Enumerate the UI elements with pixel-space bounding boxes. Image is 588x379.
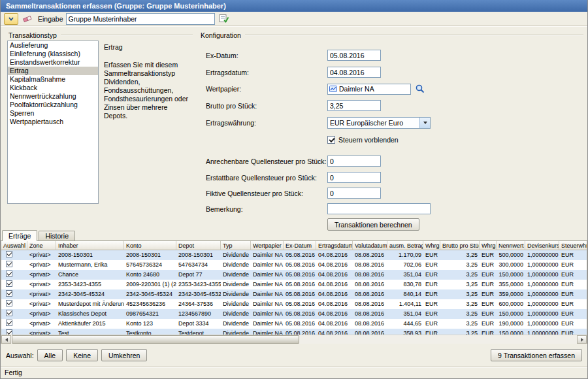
transaktionen-erfassen-button[interactable]: 9 Transaktionen erfassen [491, 349, 582, 361]
apply-selection-button[interactable] [218, 13, 231, 25]
column-header-wertpapier[interactable]: Wertpapier [251, 241, 284, 250]
table-cell: EUR [480, 319, 497, 329]
row-checkbox[interactable] [6, 310, 12, 316]
column-header-konto[interactable]: Konto [124, 241, 176, 250]
alle-button[interactable]: Alle [37, 349, 63, 361]
erstattbar-input[interactable] [327, 172, 381, 183]
table-cell: EUR [480, 309, 497, 319]
table-cell: EUR [480, 299, 497, 309]
table-cell: 3,25 [440, 289, 480, 299]
list-item-sperren[interactable]: Sperren [8, 109, 98, 118]
table-cell: 04.08.2016 [316, 250, 353, 260]
list-item-auslieferung[interactable]: Auslieferung [8, 41, 98, 50]
eingabe-input[interactable] [66, 13, 215, 25]
wertpapier-field[interactable]: Daimler NA [327, 84, 411, 95]
ertragswaehrung-select[interactable]: EUR Europäischer Euro [327, 117, 431, 129]
row-checkbox[interactable] [6, 251, 12, 257]
form-row-ertragsdatum: Ertragsdatum: [206, 67, 381, 78]
transaktionstyp-list[interactable]: AuslieferungEinlieferung (klassisch)Eins… [7, 41, 99, 204]
clear-input-button[interactable] [21, 13, 34, 25]
table-cell: EUR [480, 280, 497, 289]
list-item-ertrag[interactable]: Ertrag [8, 67, 98, 75]
table-cell: 57645736324 [124, 260, 176, 270]
table-cell: EUR [423, 250, 440, 260]
table-row[interactable]: <privat>2008-1503012008-1503012008-15030… [1, 250, 587, 260]
horizontal-scrollbar[interactable] [1, 335, 587, 344]
fiktiv-input[interactable] [327, 188, 381, 199]
ertragsdatum-label: Ertragsdatum: [206, 69, 327, 76]
list-item-nennwertr-ckzahlung[interactable]: Nennwertrückzahlung [8, 92, 98, 101]
list-item-wertpapiertausch[interactable]: Wertpapiertausch [8, 118, 98, 126]
row-checkbox[interactable] [6, 271, 12, 277]
list-item-kapitalma-nahme[interactable]: Kapitalmaßnahme [8, 75, 98, 84]
column-header-ex-datum[interactable]: Ex-Datum [284, 241, 316, 250]
brutto-input[interactable] [327, 100, 381, 111]
list-item-einlieferung-klassisch[interactable]: Einlieferung (klassisch) [8, 50, 98, 58]
table-cell: EUR [559, 289, 587, 299]
wertpapier-value: Daimler NA [339, 85, 374, 93]
anrechenbar-input[interactable] [327, 156, 381, 167]
scrollbar-thumb[interactable] [12, 335, 299, 344]
transaktionen-berechnen-button[interactable]: Transaktionen berechnen [327, 218, 419, 231]
list-item-poolfaktorr-ckzahlung[interactable]: Poolfaktorrückzahlung [8, 101, 98, 109]
table-cell: 05.08.2016 [284, 280, 316, 289]
column-header-whrg[interactable]: Whrg. [423, 241, 440, 250]
column-header-depot[interactable]: Depot [176, 241, 221, 250]
input-history-dropdown-button[interactable] [4, 13, 18, 25]
table-cell: Klassisches Depot [56, 309, 124, 319]
list-item-kickback[interactable]: Kickback [8, 84, 98, 92]
configuration-area: Transaktionstyp AuslieferungEinlieferung… [1, 27, 587, 230]
table-cell: 3,25 [440, 309, 480, 319]
row-checkbox[interactable] [6, 290, 12, 297]
konfiguration-group-label: Konfiguration [201, 31, 241, 39]
transaktionstyp-group-header: Transaktionstyp [8, 31, 193, 39]
column-header-devisenkurs[interactable]: Devisenkurs [525, 241, 559, 250]
column-header-nennwert[interactable]: Nennwert [497, 241, 525, 250]
column-header-inhaber[interactable]: Inhaber [56, 241, 124, 250]
table-row[interactable]: <privat>2353-3423-43552009-220301 (1) (2… [1, 280, 587, 289]
scroll-left-button[interactable] [1, 335, 11, 344]
column-header-auswahl[interactable]: Auswahl [1, 241, 27, 250]
table-row[interactable]: <privat>Mustermann, Erika576457363245476… [1, 260, 587, 270]
table-cell: 05.08.2016 [284, 319, 316, 329]
column-header-whrg[interactable]: Whrg. [480, 241, 497, 250]
table-cell: Daimler NA [251, 260, 284, 270]
column-header-steuerwhrg[interactable]: Steuerwhrg. [559, 241, 587, 250]
row-checkbox[interactable] [6, 261, 12, 267]
tab-ertr-ge[interactable]: Erträge [2, 230, 37, 241]
table-cell: Daimler NA [251, 309, 284, 319]
table-row[interactable]: <privat>Musterdepot mit Änderungen452345… [1, 299, 587, 309]
column-header-brutto-pro-st-ck[interactable]: Brutto pro Stück [440, 241, 480, 250]
ex-datum-label: Ex-Datum: [206, 52, 327, 59]
table-row[interactable]: <privat>2342-3045-453242342-3045-4532423… [1, 289, 587, 299]
table-row[interactable]: <privat>Klassisches Depot098765432112345… [1, 309, 587, 319]
form-row-wertpapier: Wertpapier: Daimler NA [206, 83, 427, 95]
keine-button[interactable]: Keine [66, 349, 98, 361]
table-row[interactable]: <privat>Aktienkäufer 2015Konto 123Depot … [1, 319, 587, 329]
row-checkbox[interactable] [6, 300, 12, 306]
table-cell: EUR [480, 250, 497, 260]
chevron-down-icon [8, 16, 14, 22]
table-cell: 1,00000000 [525, 280, 559, 289]
bemerkung-input[interactable] [327, 203, 431, 214]
column-header-zone[interactable]: Zone [27, 241, 56, 250]
ex-datum-input[interactable] [327, 50, 381, 61]
column-header-typ[interactable]: Typ [221, 241, 251, 250]
table-row[interactable]: <privat>ChanceKonto 24680Depot 77Dividen… [1, 270, 587, 280]
row-checkbox[interactable] [6, 320, 12, 326]
table-cell: 1,00000000 [525, 319, 559, 329]
list-item-einstandswertkorrektur[interactable]: Einstandswertkorrektur [8, 58, 98, 67]
wertpapier-search-button[interactable] [414, 83, 427, 95]
table-cell: EUR [423, 260, 440, 270]
table-cell: EUR [480, 289, 497, 299]
umkehren-button[interactable]: Umkehren [101, 349, 147, 361]
tab-historie[interactable]: Historie [39, 231, 75, 240]
column-header-ausm-betrag[interactable]: ausm. Betrag [387, 241, 423, 250]
steuern-vorblenden-checkbox[interactable] [327, 136, 335, 144]
column-header-ertragsdatum[interactable]: Ertragsdatum [316, 241, 353, 250]
scroll-right-button[interactable] [577, 335, 587, 344]
selection-footer: Auswahl: Alle Keine Umkehren 9 Transakti… [1, 344, 587, 367]
row-checkbox[interactable] [6, 280, 12, 287]
ertragsdatum-input[interactable] [327, 67, 381, 78]
column-header-valutadatum[interactable]: Valutadatum [353, 241, 387, 250]
